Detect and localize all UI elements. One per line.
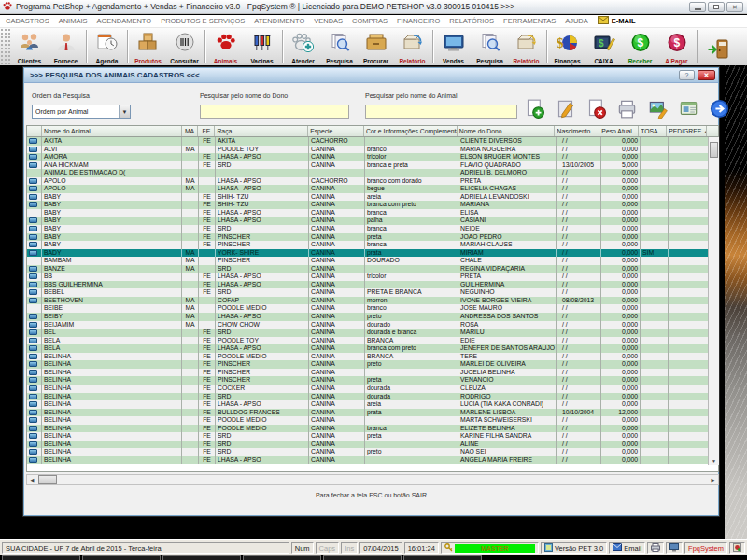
- animal-search-input[interactable]: [365, 105, 517, 119]
- column-header-fe[interactable]: FE: [198, 126, 215, 136]
- table-row[interactable]: ANIMAL DE ESTIMACAO D(ADRIELI B. DELMORO…: [27, 169, 718, 177]
- table-row[interactable]: BEIJAMIMMACHOW CHOWCANINAdouradoROSA/ /0…: [27, 321, 718, 329]
- menu-agendamento[interactable]: AGENDAMENTO: [97, 17, 152, 25]
- menu-atendimento[interactable]: ATENDIMENTO: [254, 17, 304, 25]
- minimize-button[interactable]: [689, 2, 706, 12]
- restore-button[interactable]: [708, 2, 725, 12]
- close-button[interactable]: ✕: [726, 2, 743, 12]
- column-header-pedigree[interactable]: PEDIGREE▲: [667, 126, 707, 136]
- table-row[interactable]: BABYFELHASA - APSOCANINAbrancaELISA/ /0,…: [27, 209, 718, 217]
- table-row[interactable]: BAMBAMMAPINSCHERCANINADOURADOCHALE/ /0,0…: [27, 257, 718, 265]
- toolbar-animais-button[interactable]: Animais: [207, 28, 244, 65]
- column-header-peso[interactable]: Peso Atual: [599, 126, 639, 136]
- table-row[interactable]: AMORAFELHASA - APSOCANINAtricolorELSON B…: [27, 153, 718, 161]
- toolbar-sair-button[interactable]: [699, 28, 736, 65]
- table-row[interactable]: BEIBYMALHASA - APSOCANINApretoANDRESSA D…: [27, 313, 718, 321]
- status-monitor[interactable]: [666, 542, 683, 554]
- menu-animais[interactable]: ANIMAIS: [59, 17, 88, 25]
- toolbar-financas-button[interactable]: $ Finanças: [549, 28, 585, 65]
- toolbar-agenda-button[interactable]: Agenda: [89, 28, 125, 65]
- table-row[interactable]: BEETHOVENMACOFAPCANINAmorronIVONE BORGES…: [27, 297, 718, 305]
- delete-record-button[interactable]: [586, 99, 606, 122]
- toolbar-receber-button[interactable]: $ Receber: [622, 28, 658, 65]
- toolbar-grip[interactable]: [0, 28, 10, 66]
- toolbar-relatorio2-button[interactable]: Relatório: [508, 28, 544, 65]
- go-button[interactable]: [710, 99, 729, 122]
- menu-relatorios[interactable]: RELATÓRIOS: [449, 17, 494, 25]
- table-row[interactable]: BADYMAYORK- SHIRECANINAprataMIRIAM/ /0,0…: [27, 249, 718, 258]
- table-row[interactable]: BABYFESHIH- TZUCANINAbranca com pretoMAR…: [27, 201, 718, 209]
- vertical-scrollbar-thumb[interactable]: [710, 142, 718, 158]
- column-header-icon[interactable]: [27, 126, 42, 136]
- column-header-nascimento[interactable]: Nascimento: [555, 126, 599, 136]
- edit-record-button[interactable]: [556, 99, 575, 122]
- table-row[interactable]: BABYFELHASA - APSOCANINApalhaCASIANI/ /0…: [27, 217, 718, 225]
- table-row[interactable]: BELINHAFESRDCANINAALINE/ /0,000: [27, 441, 718, 449]
- toolbar-caixa-button[interactable]: $ CAIXA: [585, 28, 622, 65]
- table-row[interactable]: BELINHAFEPOODLE MEDIOCANINAbrancaELIZETE…: [27, 425, 718, 433]
- menu-ferramentas[interactable]: FERRAMENTAS: [503, 17, 556, 25]
- scroll-right-icon[interactable]: ▶: [708, 475, 718, 484]
- status-printer[interactable]: [647, 542, 664, 554]
- horizontal-scrollbar-thumb[interactable]: [38, 475, 57, 484]
- menu-ajuda[interactable]: AJUDA: [565, 17, 588, 25]
- horizontal-scrollbar[interactable]: ◀ ▶: [26, 474, 719, 485]
- column-header-cor[interactable]: Cor e Informações Complementares: [364, 126, 458, 136]
- table-row[interactable]: BELINHAFEBULLDOG FRANCESCANINAprataMARLE…: [27, 409, 718, 417]
- dialog-help-button[interactable]: ?: [679, 70, 695, 80]
- toolbar-fornecedor-button[interactable]: Fornece: [48, 28, 84, 65]
- column-header-especie[interactable]: Especie: [308, 126, 364, 136]
- table-row[interactable]: BABYFESHIH- TZUCANINAareiaADRIELA LEVAND…: [27, 193, 718, 202]
- table-row[interactable]: BELINHAFELHASA - APSOCANINAANGELA MARIA …: [27, 456, 718, 465]
- table-row[interactable]: BELINHAFEPOODLE MEDIOCANINABRANCATERE/ /…: [27, 353, 718, 361]
- photo-edit-button[interactable]: [648, 99, 668, 122]
- table-row[interactable]: AKITAFEAKITACACHORROCLIENTE DIVERSOS/ /0…: [27, 137, 718, 146]
- menu-financeiro[interactable]: FINANCEIRO: [397, 17, 440, 25]
- table-row[interactable]: BELINHAFEPOODLE MEDIOCANINAMARTA SCHWEIS…: [27, 416, 718, 425]
- toolbar-pesquisa2-button[interactable]: Pesquisa: [472, 28, 508, 65]
- table-row[interactable]: BELAFELHASA - APSOCANINAbranca com preto…: [27, 344, 718, 353]
- menu-vendas[interactable]: VENDAS: [314, 17, 343, 25]
- table-row[interactable]: BABYFEPINSCHERCANINAbrancaMARIAH CLAUSS/…: [27, 241, 718, 249]
- table-row[interactable]: BELINHAFESRDCANINAdouradaRODRIGO/ /0,000: [27, 393, 718, 401]
- toolbar-atender-button[interactable]: Atender: [285, 28, 321, 65]
- table-row[interactable]: BELINHAFELHASA - APSOCANINAareiaLUCIA (T…: [27, 400, 718, 409]
- table-row[interactable]: BELINHAFEPINSCHERCANINApretaVENANCIO/ /0…: [27, 376, 718, 385]
- table-row[interactable]: BBS GUILHERMINAFELHASA - APSOCANINAGUILH…: [27, 281, 718, 289]
- table-row[interactable]: BELAFEPOODLE TOYCANINABRANCAEDIE/ /0,000: [27, 337, 718, 345]
- column-header-raca[interactable]: Raça: [215, 126, 308, 136]
- table-row[interactable]: ALVIMAPOODLE TOYCANINAbrancoMARIA NOGUEI…: [27, 146, 718, 154]
- toolbar-vendas-button[interactable]: Vendas: [435, 28, 472, 65]
- table-row[interactable]: ANA HICKMAMFESRDCANINAbranca e pretaFLAV…: [27, 161, 718, 170]
- toolbar-produtos-button[interactable]: Produtos: [130, 28, 166, 65]
- table-row[interactable]: APOLOMALHASA - APSOCACHORRObranco com do…: [27, 177, 718, 186]
- toolbar-apagar-button[interactable]: $ A Pagar: [658, 28, 695, 65]
- table-row[interactable]: BANZÉMASRDCANINAREGINA VIDRAÇARIA/ /0,00…: [27, 265, 718, 273]
- column-header-tosa[interactable]: TOSA: [639, 126, 667, 136]
- toolbar-pesquisa-button[interactable]: Pesquisa: [321, 28, 358, 65]
- add-record-button[interactable]: [525, 99, 544, 122]
- card-button[interactable]: [679, 99, 698, 122]
- column-header-nome-animal[interactable]: Nome do Animal: [42, 126, 182, 136]
- toolbar-relatorio-button[interactable]: Relatório: [394, 28, 430, 65]
- toolbar-clientes-button[interactable]: Clientes: [11, 28, 48, 65]
- status-email[interactable]: Email: [609, 542, 645, 554]
- table-row[interactable]: BEIBEMAPOODLE MEDIOCANINAbrancoJOSE MAUR…: [27, 304, 718, 313]
- table-row[interactable]: BELINHAFEPINSCHERCANINApretoMARLEI DE OL…: [27, 360, 718, 369]
- scroll-down-icon[interactable]: ▼: [709, 458, 719, 464]
- table-row[interactable]: BELINHAFECOCKERCANINAdouradaCLEUZA/ /0,0…: [27, 385, 718, 393]
- toolbar-consultar-button[interactable]: Consultar: [166, 28, 203, 65]
- toolbar-vacinas-button[interactable]: Vacinas: [244, 28, 280, 65]
- menu-email[interactable]: E-MAIL: [598, 16, 636, 26]
- table-row[interactable]: BELINHAFESRDCANINApretaKARINE FILHA SAND…: [27, 432, 718, 441]
- column-header-dono[interactable]: Nome do Dono: [458, 126, 556, 136]
- toolbar-procurar-button[interactable]: Procurar: [358, 28, 394, 65]
- vertical-scrollbar[interactable]: ▼: [708, 137, 719, 465]
- table-row[interactable]: BBFELHASA - APSOCANINAtricolorPRETA/ /0,…: [27, 273, 718, 281]
- table-row[interactable]: BEBELFESRDCANINAPRETA E BRANCANEGUINHO/ …: [27, 288, 718, 297]
- table-row[interactable]: BELINHAFEPINSCHERCANINAJUCELIA BELINHA/ …: [27, 369, 718, 377]
- menu-produtos-servicos[interactable]: PRODUTOS E SERVIÇOS: [161, 17, 245, 25]
- print-button[interactable]: [617, 99, 637, 122]
- menu-compras[interactable]: COMPRAS: [352, 17, 388, 25]
- table-row[interactable]: BABYFESRDCANINAbrancaNEIDE/ /0,000: [27, 225, 718, 233]
